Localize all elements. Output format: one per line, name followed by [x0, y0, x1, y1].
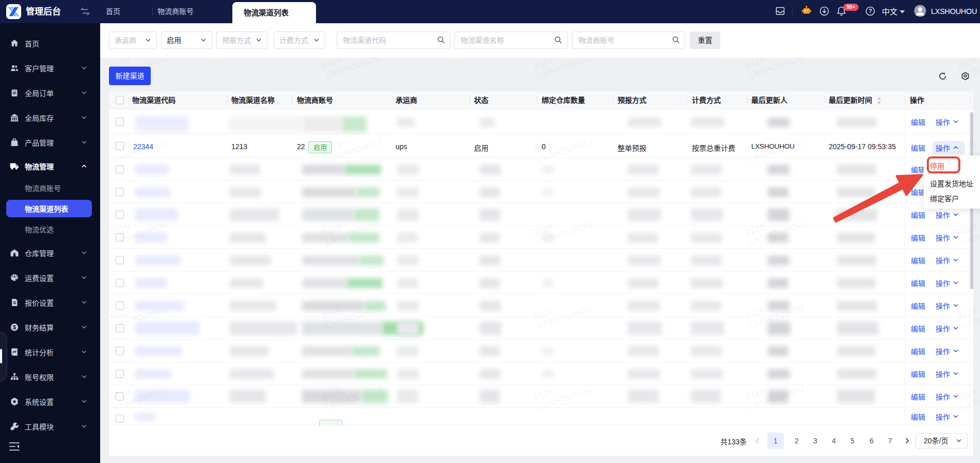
svg-text:?: ? [868, 8, 872, 14]
svg-text:$: $ [13, 325, 16, 330]
